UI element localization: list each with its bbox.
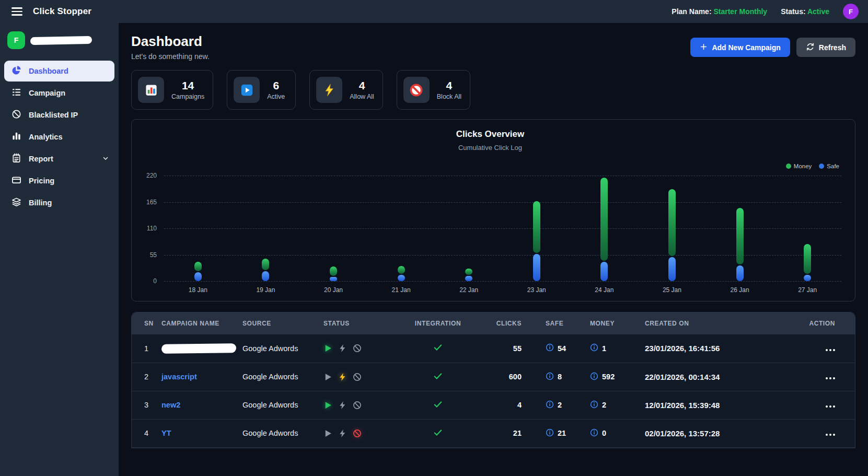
- plan-status: Status: Active: [781, 7, 829, 16]
- pie-chart-icon: [11, 65, 21, 77]
- campaign-name-link[interactable]: javascript: [161, 373, 197, 381]
- more-options-icon[interactable]: [826, 434, 835, 436]
- clicks-cell: 4: [484, 391, 539, 419]
- info-icon[interactable]: [590, 343, 598, 353]
- block-icon[interactable]: [353, 373, 362, 381]
- refresh-label: Refresh: [819, 43, 846, 52]
- bar-group: [773, 176, 841, 281]
- sidebar-item-label: Campaign: [29, 89, 65, 97]
- sn-cell: 2: [132, 363, 155, 391]
- topbar: Click Stopper Plan Name: Starter Monthly…: [0, 0, 868, 23]
- sidebar-user: F: [4, 31, 114, 49]
- sidebar-item-dashboard[interactable]: Dashboard: [4, 61, 114, 82]
- info-icon[interactable]: [546, 400, 554, 410]
- bar-group: [435, 176, 503, 281]
- user-avatar[interactable]: F: [843, 4, 859, 19]
- safe-bar-segment: [330, 277, 337, 281]
- x-axis-label: 23 Jan: [503, 286, 571, 294]
- money-bar-segment: [194, 262, 202, 271]
- more-options-icon[interactable]: [826, 349, 835, 351]
- block-icon[interactable]: [353, 344, 362, 353]
- more-options-icon[interactable]: [826, 405, 835, 408]
- credit-card-icon: [11, 175, 21, 187]
- bar-group: [571, 176, 639, 281]
- plan-status-label: Status:: [781, 7, 805, 16]
- clicks-overview-chart: Clicks Overview Cumulative Click Log 055…: [131, 119, 855, 301]
- column-header-status: STATUS: [317, 312, 385, 334]
- source-cell: Google Adwords: [236, 334, 317, 363]
- app-title: Click Stopper: [33, 6, 91, 17]
- chart-bars: [164, 176, 841, 281]
- lightning-bolt-icon[interactable]: [338, 373, 347, 381]
- clicks-cell: 21: [484, 419, 539, 447]
- plan-name-label: Plan Name:: [672, 7, 711, 16]
- money-cell: 0: [590, 428, 639, 438]
- info-icon[interactable]: [590, 428, 598, 438]
- list-icon: [11, 87, 21, 99]
- lightning-bolt-icon[interactable]: [338, 344, 347, 353]
- y-axis-tick: 165: [146, 199, 157, 206]
- table-header-row: SN CAMPAIGN NAME SOURCE STATUS INTEGRATI…: [132, 312, 855, 334]
- column-header-source: SOURCE: [236, 312, 317, 334]
- sidebar-item-label: Analytics: [29, 133, 62, 141]
- table-row: 4 YT Google Adwords 21 21 0 02/01/2026, …: [132, 419, 855, 447]
- sidebar-item-billing[interactable]: Billing: [4, 192, 114, 213]
- campaign-name-link[interactable]: new2: [161, 401, 180, 409]
- info-icon[interactable]: [546, 428, 554, 438]
- info-icon[interactable]: [546, 372, 554, 382]
- integration-cell: [385, 391, 484, 419]
- bar-chart-emoji-icon: [138, 77, 164, 103]
- integration-cell: [385, 334, 484, 363]
- safe-bar-segment: [533, 254, 540, 281]
- money-bar-segment: [736, 208, 744, 264]
- info-icon[interactable]: [590, 400, 598, 410]
- sidebar-item-campaign[interactable]: Campaign: [4, 83, 114, 103]
- y-axis-tick: 55: [150, 251, 157, 259]
- hamburger-menu-icon[interactable]: [11, 7, 22, 16]
- safe-bar-segment: [736, 265, 744, 281]
- block-icon[interactable]: [353, 401, 362, 410]
- play-icon[interactable]: [323, 344, 332, 353]
- sidebar-item-label: Billing: [29, 199, 52, 207]
- lightning-bolt-icon[interactable]: [338, 401, 347, 410]
- money-cell: 2: [590, 400, 639, 410]
- chart-title: Clicks Overview: [139, 129, 841, 140]
- column-header-campaign-name: CAMPAIGN NAME: [155, 312, 236, 334]
- legend-item: Safe: [819, 163, 839, 169]
- stat-value: 14: [171, 79, 204, 92]
- more-options-icon[interactable]: [826, 377, 835, 379]
- sidebar-item-label: Blacklisted IP: [29, 111, 78, 119]
- money-bar-segment: [465, 269, 472, 275]
- play-button-emoji-icon: [234, 77, 260, 103]
- sidebar-item-report[interactable]: Report: [4, 148, 114, 169]
- refresh-button[interactable]: Refresh: [796, 38, 855, 57]
- money-bar-segment: [262, 259, 269, 270]
- play-icon[interactable]: [323, 429, 332, 438]
- main-content: Dashboard Let's do something new. Add Ne…: [119, 23, 868, 476]
- chart-legend: MoneySafe: [786, 163, 839, 169]
- x-axis-label: 27 Jan: [773, 286, 841, 294]
- y-axis-tick: 0: [153, 277, 157, 285]
- sidebar-item-analytics[interactable]: Analytics: [4, 126, 114, 147]
- sidebar-item-pricing[interactable]: Pricing: [4, 170, 114, 191]
- play-icon[interactable]: [323, 401, 332, 410]
- safe-bar-segment: [465, 276, 472, 281]
- safe-bar-segment: [600, 262, 608, 281]
- money-cell: 592: [590, 372, 639, 382]
- info-icon[interactable]: [590, 372, 598, 382]
- block-icon[interactable]: [353, 429, 362, 438]
- sidebar-item-blacklisted-ip[interactable]: Blacklisted IP: [4, 105, 114, 125]
- check-icon: [433, 431, 443, 439]
- campaign-name-link[interactable]: YT: [161, 429, 171, 437]
- stat-card-campaigns: 14 Campaigns: [131, 70, 213, 110]
- lightning-bolt-icon[interactable]: [338, 429, 347, 438]
- stats-row: 14 Campaigns 6 Active 4 Allo: [131, 70, 855, 110]
- bar-group: [706, 176, 774, 281]
- stat-label: Active: [267, 93, 285, 100]
- info-icon[interactable]: [546, 343, 554, 353]
- money-bar-segment: [668, 189, 676, 257]
- add-new-campaign-button[interactable]: Add New Campaign: [690, 38, 790, 57]
- stat-card-active: 6 Active: [227, 70, 296, 110]
- play-icon[interactable]: [323, 373, 332, 381]
- bar-group: [164, 176, 232, 281]
